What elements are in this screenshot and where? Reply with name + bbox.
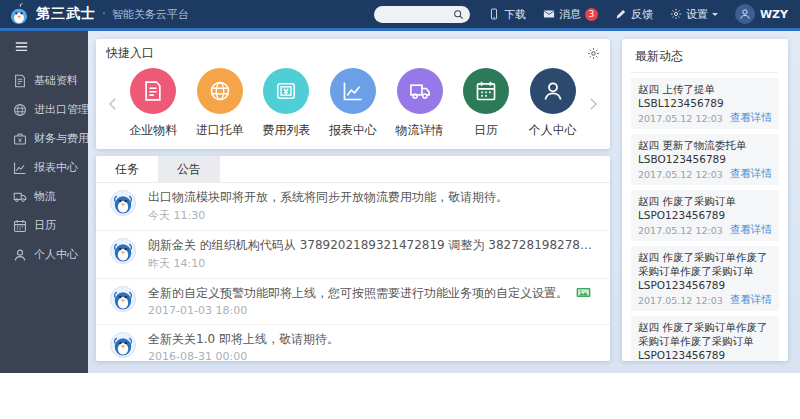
pencil-icon xyxy=(615,8,627,20)
money-icon xyxy=(263,68,309,114)
search-icon[interactable] xyxy=(453,9,464,20)
briefcase-icon xyxy=(13,132,27,146)
activity-list: 赵四 上传了提单LSBL1234567892017.05.12 12:03查看详… xyxy=(631,73,779,361)
mascot-logo-icon xyxy=(8,3,30,25)
task-item[interactable]: 出口物流模块即将开放，系统将同步开放物流费用功能，敬请期待。今天 11:30 xyxy=(96,183,610,230)
tasks-panel: 任务公告 出口物流模块即将开放，系统将同步开放物流费用功能，敬请期待。今天 11… xyxy=(96,156,610,361)
task-text: 朗新金关 的组织机构代码从 3789202189321472819 调整为 38… xyxy=(148,238,596,253)
document-icon xyxy=(13,74,27,88)
shortcut-label: 日历 xyxy=(474,122,498,139)
hamburger-menu-icon[interactable] xyxy=(0,31,88,66)
sidebar-item-label: 财务与费用 xyxy=(34,131,89,146)
view-details-link[interactable]: 查看详情 xyxy=(730,223,772,237)
globe-icon xyxy=(197,68,243,114)
sidebar-item[interactable]: 进出口管理 xyxy=(0,95,88,124)
shortcut-label: 报表中心 xyxy=(329,122,377,139)
sidebar-item[interactable]: 报表中心 xyxy=(0,153,88,182)
activity-item: 赵四 上传了提单LSBL1234567892017.05.12 12:03查看详… xyxy=(631,78,779,129)
quick-entry-title: 快捷入口 xyxy=(106,45,154,62)
quick-shortcut[interactable]: 日历 xyxy=(454,68,518,139)
sidebar-item-label: 物流 xyxy=(34,189,56,204)
activity-time: 2017.05.12 12:03 xyxy=(638,169,723,180)
task-time: 昨天 14:10 xyxy=(148,256,596,271)
calendar-icon xyxy=(13,219,27,233)
task-item[interactable]: 全新关关1.0 即将上线，敬请期待。2016-08-31 00:00 xyxy=(96,324,610,361)
quick-shortcut[interactable]: 物流详情 xyxy=(388,68,452,139)
task-item[interactable]: 全新的自定义预警功能即将上线，您可按照需要进行功能业务项的自定义设置。2017-… xyxy=(96,278,610,324)
penguin-avatar xyxy=(110,332,136,358)
chart-icon xyxy=(13,161,27,175)
truck-icon xyxy=(397,68,443,114)
activity-time: 2017.05.12 12:03 xyxy=(638,295,723,306)
sidebar-item[interactable]: 基础资料 xyxy=(0,66,88,95)
carousel-next-chevron-right-icon[interactable] xyxy=(586,95,600,113)
task-text: 全新关关1.0 即将上线，敬请期待。 xyxy=(148,332,339,347)
sidebar-item[interactable]: 日历 xyxy=(0,211,88,240)
header-nav-label: 反馈 xyxy=(631,7,653,22)
main-content: 快捷入口 企业物料进口托单费用列表报表中心物流详情日历个人中心 任务公告 出口物… xyxy=(88,31,800,373)
activity-text: 赵四 上传了提单LSBL123456789 xyxy=(638,82,772,110)
task-time: 2016-08-31 00:00 xyxy=(148,350,339,361)
task-list: 出口物流模块即将开放，系统将同步开放物流费用功能，敬请期待。今天 11:30朗新… xyxy=(96,183,610,361)
header-nav-item[interactable]: 消息3 xyxy=(543,7,598,22)
user-icon xyxy=(13,248,27,262)
task-item[interactable]: 朗新金关 的组织机构代码从 3789202189321472819 调整为 38… xyxy=(96,230,610,278)
activity-text: 赵四 作废了采购订单作废了采购订单作废了采购订单LSPO123456789 xyxy=(638,320,772,361)
brand-dot: · xyxy=(102,7,106,21)
header-nav-item[interactable]: 下载 xyxy=(488,7,526,22)
shortcut-list: 企业物料进口托单费用列表报表中心物流详情日历个人中心 xyxy=(120,68,586,139)
activity-item: 赵四 作废了采购订单作废了采购订单作废了采购订单LSPO123456789201… xyxy=(631,316,779,361)
user-name: WZY xyxy=(760,8,788,21)
header-nav-item[interactable]: 设置 xyxy=(670,7,718,22)
view-details-link[interactable]: 查看详情 xyxy=(730,111,772,125)
document-icon xyxy=(130,68,176,114)
panel-tab[interactable]: 公告 xyxy=(158,156,220,182)
sidebar-item[interactable]: 个人中心 xyxy=(0,240,88,269)
search-input[interactable] xyxy=(380,9,453,20)
activity-item: 赵四 作废了采购订单LSPO1234567892017.05.12 12:03查… xyxy=(631,190,779,241)
sidebar-items: 基础资料进出口管理财务与费用报表中心物流日历个人中心 xyxy=(0,66,88,269)
sidebar: 基础资料进出口管理财务与费用报表中心物流日历个人中心 xyxy=(0,31,88,373)
truck-icon xyxy=(13,190,27,204)
top-header: 第三武士 · 智能关务云平台 下载消息3反馈设置 WZY xyxy=(0,0,800,31)
activity-text: 赵四 作废了采购订单作废了采购订单作废了采购订单LSPO123456789 xyxy=(638,250,772,292)
header-nav-item[interactable]: 反馈 xyxy=(615,7,653,22)
task-text: 全新的自定义预警功能即将上线，您可按照需要进行功能业务项的自定义设置。 xyxy=(148,286,591,301)
panel-tab[interactable]: 任务 xyxy=(96,156,158,182)
brand[interactable]: 第三武士 · 智能关务云平台 xyxy=(8,3,189,25)
sidebar-item[interactable]: 财务与费用 xyxy=(0,124,88,153)
user-icon xyxy=(530,68,576,114)
user-menu[interactable]: WZY xyxy=(735,4,788,24)
task-time: 今天 11:30 xyxy=(148,208,508,223)
envelope-icon xyxy=(543,8,555,20)
task-time: 2017-01-03 18:00 xyxy=(148,304,591,317)
quick-shortcut[interactable]: 个人中心 xyxy=(521,68,585,139)
shortcut-label: 费用列表 xyxy=(262,122,310,139)
header-nav-label: 消息 xyxy=(559,7,581,22)
carousel-prev-chevron-left-icon[interactable] xyxy=(106,95,120,113)
sidebar-item-label: 个人中心 xyxy=(34,247,78,262)
view-details-link[interactable]: 查看详情 xyxy=(730,167,772,181)
brand-subtitle: 智能关务云平台 xyxy=(112,7,189,22)
quick-entry-settings-gear-icon[interactable] xyxy=(587,47,600,60)
quick-shortcut[interactable]: 企业物料 xyxy=(121,68,185,139)
activity-time: 2017.05.12 12:03 xyxy=(638,113,723,124)
penguin-avatar xyxy=(110,190,136,216)
search-box[interactable] xyxy=(374,6,470,23)
header-nav-label: 下载 xyxy=(504,7,526,22)
activity-item: 赵四 作废了采购订单作废了采购订单作废了采购订单LSPO123456789201… xyxy=(631,246,779,311)
sidebar-item[interactable]: 物流 xyxy=(0,182,88,211)
shortcut-label: 个人中心 xyxy=(529,122,577,139)
activity-time: 2017.05.12 12:03 xyxy=(638,225,723,236)
penguin-avatar xyxy=(110,286,136,312)
tasks-tabbar: 任务公告 xyxy=(96,156,610,183)
gear-icon xyxy=(670,8,682,20)
brand-name: 第三武士 xyxy=(36,5,96,23)
quick-shortcut[interactable]: 费用列表 xyxy=(254,68,318,139)
quick-shortcut[interactable]: 报表中心 xyxy=(321,68,385,139)
quick-shortcut[interactable]: 进口托单 xyxy=(188,68,252,139)
shortcut-label: 企业物料 xyxy=(129,122,177,139)
attachment-image-icon[interactable] xyxy=(576,287,591,298)
view-details-link[interactable]: 查看详情 xyxy=(730,293,772,307)
phone-icon xyxy=(488,8,500,20)
